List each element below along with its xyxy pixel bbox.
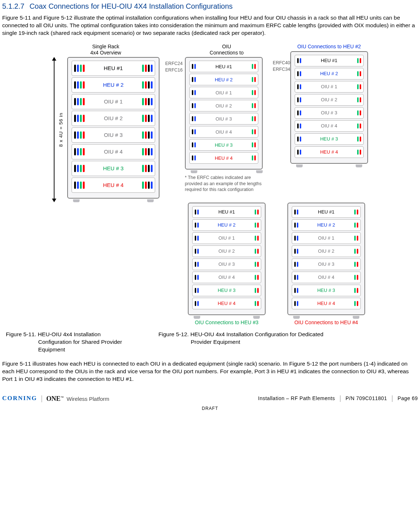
rack-title-tl: OIU Connections to	[185, 44, 268, 56]
port-set-right	[357, 123, 361, 129]
unit-label: HEU # 2	[303, 70, 355, 77]
port-set-right	[354, 236, 358, 241]
unit-label: HEU # 2	[300, 222, 352, 228]
port-set-right	[354, 288, 358, 293]
rack-unit: OIU # 2	[192, 245, 261, 257]
port-set-left	[192, 142, 196, 147]
port-set-right	[354, 223, 358, 228]
rack-unit: OIU # 3	[292, 259, 361, 270]
port-set-left	[195, 262, 199, 267]
port-set-right	[142, 148, 153, 155]
figure-5-11: Single Rack 4x4 Overview 8 x 4U = 56 in …	[52, 44, 159, 326]
unit-label: OIU # 2	[300, 248, 352, 255]
unit-label: OIU # 2	[303, 97, 355, 103]
port-set-left	[192, 90, 196, 95]
unit-label: HEU #1	[201, 209, 253, 215]
rack-unit: OIU # 3	[72, 127, 155, 143]
rack-unit: OIU # 3	[192, 259, 261, 270]
port-set-right	[255, 301, 259, 306]
rack-caption-bl: OIU Connections to HEU #3	[188, 319, 266, 326]
rack-unit: OIU # 3	[295, 107, 364, 119]
rack-unit: HEU # 2	[292, 219, 361, 231]
unit-label: OIU # 3	[300, 261, 352, 268]
unit-label: OIU # 1	[300, 235, 352, 241]
rack-unit: HEU # 3	[72, 161, 155, 176]
rack-title-left: Single Rack 4x4 Overview	[90, 44, 121, 56]
brand-one: ONE	[46, 395, 60, 402]
unit-label: HEU #1	[198, 64, 250, 70]
port-set-left	[192, 64, 196, 69]
rack-title-tl-l2: Connections to	[185, 50, 268, 56]
rack-unit: OIU # 4	[189, 126, 258, 138]
unit-label: OIU # 2	[201, 248, 253, 255]
footer-pn: P/N 709C011801	[346, 395, 387, 402]
rack-unit: OIU # 1	[192, 232, 261, 244]
figures-row: Single Rack 4x4 Overview 8 x 4U = 56 in …	[2, 44, 418, 326]
port-set-left	[192, 129, 196, 134]
port-set-left	[74, 81, 85, 89]
rack-unit: HEU # 4	[295, 146, 364, 158]
port-set-right	[354, 262, 358, 267]
rack-unit: HEU # 4	[192, 298, 261, 309]
port-set-left	[74, 131, 85, 139]
port-set-right	[354, 301, 358, 306]
section-title: Coax Connections for HEU-OIU 4X4 Install…	[29, 2, 233, 10]
port-set-right	[252, 129, 256, 134]
rack-unit: OIU # 3	[189, 113, 258, 125]
unit-label: HEU # 4	[201, 300, 253, 307]
rack-unit: OIU # 1	[292, 232, 361, 244]
port-set-left	[192, 155, 196, 160]
rack-unit: HEU # 3	[189, 139, 258, 151]
port-set-right	[255, 288, 259, 293]
port-set-left	[294, 209, 298, 215]
rack-unit: OIU # 1	[295, 81, 364, 93]
port-set-left	[192, 77, 196, 82]
port-set-left	[297, 71, 301, 76]
port-set-right	[357, 110, 361, 115]
caption-5-12-l2: Provider Equipment	[158, 338, 362, 346]
port-set-left	[297, 97, 301, 102]
port-set-left	[297, 58, 301, 63]
port-set-right	[255, 275, 259, 280]
unit-label: HEU # 2	[87, 81, 140, 89]
port-set-right	[252, 155, 256, 160]
rack-unit: HEU #1	[192, 206, 261, 218]
unit-label: OIU # 2	[87, 115, 140, 122]
paragraph-closing: Figure 5-11 illustrates how each HEU is …	[2, 360, 418, 383]
rack-title-tl-l1: OIU	[185, 44, 268, 50]
brand-corning: CORNING	[2, 394, 37, 403]
unit-label: HEU # 4	[198, 155, 250, 162]
port-set-left	[294, 249, 298, 254]
rack-single: HEU #1HEU # 2OIU # 1OIU # 2OIU # 3OIU # …	[67, 57, 159, 199]
port-set-right	[357, 71, 361, 76]
rack-unit: HEU # 2	[192, 219, 261, 231]
unit-label: OIU # 2	[198, 103, 250, 109]
port-set-right	[255, 262, 259, 267]
unit-label: HEU # 3	[303, 136, 355, 142]
unit-label: OIU # 4	[303, 123, 355, 129]
port-set-right	[142, 98, 153, 105]
unit-label: HEU # 4	[300, 300, 352, 307]
port-set-right	[142, 115, 153, 122]
port-set-left	[294, 262, 298, 267]
port-set-right	[357, 58, 361, 63]
paragraph-intro: Figure 5-11 and Figure 5-12 illustrate t…	[2, 14, 418, 37]
rack-heu2: HEU #1HEU # 2OIU # 1OIU # 2OIU # 3OIU # …	[290, 51, 368, 164]
figure-captions: Figure 5-11. HEU-OIU 4x4 Installation Co…	[6, 331, 418, 354]
port-set-right	[252, 90, 256, 95]
rack-unit: OIU # 1	[189, 87, 258, 98]
caption-5-12: Figure 5-12. HEU-OIU 4x4 Installation Co…	[158, 331, 362, 354]
rack-unit: HEU #1	[295, 55, 364, 66]
port-set-right	[142, 165, 153, 172]
unit-label: OIU # 3	[303, 110, 355, 116]
caption-5-11-l1: Figure 5-11. HEU-OIU 4x4 Installation	[6, 331, 101, 337]
rack-title-line2: 4x4 Overview	[90, 50, 121, 56]
rack-unit: HEU # 3	[192, 285, 261, 296]
port-set-left	[74, 182, 85, 189]
rack-title-line1: Single Rack	[90, 44, 121, 50]
port-set-left	[297, 123, 301, 129]
port-set-left	[195, 275, 199, 280]
footer-page: Page 69	[397, 395, 418, 402]
unit-label: OIU # 1	[201, 235, 253, 241]
erfc-right-bot: ERFC34	[273, 66, 290, 73]
